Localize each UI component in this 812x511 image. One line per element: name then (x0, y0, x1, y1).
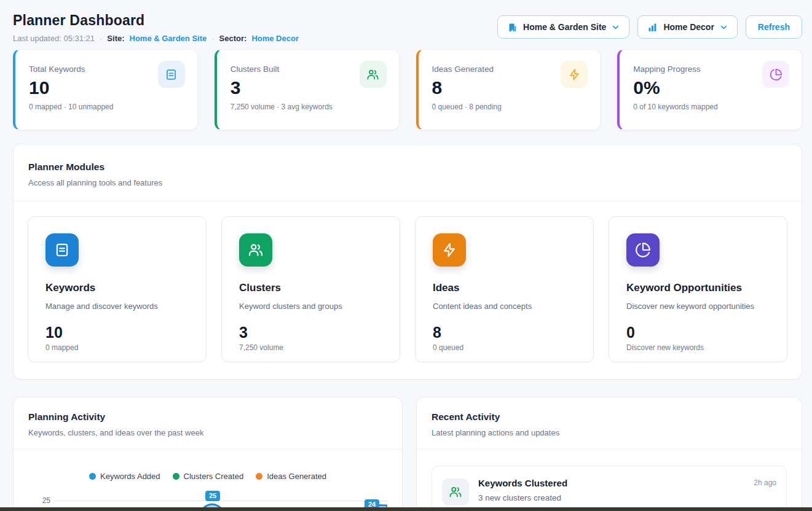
modules-grid: Keywords Manage and discover keywords 10… (14, 201, 802, 379)
bar-chart-icon (647, 22, 658, 33)
users-icon (248, 242, 264, 258)
module-icon-tile (433, 233, 466, 267)
planning-activity-panel: Planning Activity Keywords, clusters, an… (13, 397, 403, 511)
stat-icon-tile (158, 61, 185, 88)
file-lines-icon (54, 242, 70, 258)
module-icon-tile (626, 233, 660, 267)
module-card-clusters[interactable]: Clusters Keyword clusters and groups 3 7… (221, 216, 400, 362)
module-title: Clusters (239, 282, 382, 294)
module-title: Keywords (45, 282, 189, 294)
data-point-label: 25 (205, 491, 220, 501)
module-card-ideas[interactable]: Ideas Content ideas and concepts 8 0 que… (415, 216, 594, 362)
page-title: Planner Dashboard (13, 12, 299, 28)
activity-title: Keywords Clustered (478, 478, 744, 488)
stat-card-clusters-built: Clusters Built 3 7,250 volume · 3 avg ke… (215, 49, 400, 130)
sector-link[interactable]: Home Decor (251, 34, 299, 43)
legend-item-ideas-generated[interactable]: Ideas Generated (256, 472, 326, 481)
module-detail: Discover new keywords (626, 343, 770, 352)
stat-detail: 7,250 volume · 3 avg keywords (231, 103, 385, 111)
module-detail: 7,250 volume (239, 343, 382, 352)
zap-icon (568, 68, 581, 81)
header-controls: Home & Garden Site Home Decor Refresh (497, 15, 802, 39)
module-card-keyword-opportunities[interactable]: Keyword Opportunities Discover new keywo… (609, 216, 787, 362)
header-meta: Last updated: 05:31:21 · Site: Home & Ga… (13, 33, 299, 43)
planner-dashboard-page: Planner Dashboard Last updated: 05:31:21… (0, 0, 812, 511)
pie-chart-icon (770, 68, 782, 81)
site-link[interactable]: Home & Garden Site (130, 34, 207, 43)
chevron-down-icon (612, 23, 620, 31)
sector-label: Sector: (219, 34, 247, 43)
file-lines-icon (165, 68, 178, 81)
modules-title: Planner Modules (28, 162, 787, 173)
bottom-row: Planning Activity Keywords, clusters, an… (13, 397, 802, 511)
recent-activity-list: Keywords Clustered 3 new clusters create… (417, 450, 802, 511)
legend-item-clusters-created[interactable]: Clusters Created (173, 472, 244, 481)
module-detail: 0 queued (433, 343, 576, 352)
recent-activity-panel: Recent Activity Latest planning actions … (416, 397, 802, 511)
module-value: 10 (45, 324, 189, 341)
module-value: 3 (239, 324, 382, 341)
legend-label: Keywords Added (100, 472, 160, 481)
stat-icon-tile (561, 61, 588, 88)
stat-card-total-keywords: Total Keywords 10 0 mapped · 10 unmapped (13, 49, 198, 130)
legend-dot-icon (89, 473, 96, 480)
module-icon-tile (45, 233, 79, 267)
module-title: Ideas (433, 282, 576, 294)
site-label: Site: (107, 34, 124, 43)
header: Planner Dashboard Last updated: 05:31:21… (13, 12, 802, 43)
site-selector-dropdown[interactable]: Home & Garden Site (497, 15, 629, 39)
module-value: 0 (626, 324, 770, 341)
site-selector-label: Home & Garden Site (523, 22, 606, 32)
activity-text: Keywords Clustered 3 new clusters create… (478, 476, 744, 502)
activity-item-keywords-clustered: Keywords Clustered 3 new clusters create… (432, 466, 787, 511)
users-icon (449, 485, 462, 499)
legend-label: Clusters Created (184, 472, 244, 481)
meta-separator: · (211, 34, 214, 43)
refresh-button[interactable]: Refresh (746, 15, 802, 39)
meta-separator: · (100, 34, 102, 43)
pie-chart-icon (635, 242, 651, 258)
activity-description: 3 new clusters created (478, 493, 744, 502)
planner-modules-panel: Planner Modules Access all planning tool… (13, 144, 802, 380)
module-icon-tile (239, 233, 272, 267)
bottom-edge-bar (0, 507, 812, 511)
stats-row: Total Keywords 10 0 mapped · 10 unmapped… (13, 49, 802, 130)
stat-detail: 0 mapped · 10 unmapped (29, 103, 184, 111)
planning-activity-subtitle: Keywords, clusters, and ideas over the p… (28, 428, 387, 437)
building-icon (507, 22, 518, 33)
module-description: Manage and discover keywords (45, 302, 189, 311)
activity-timestamp: 2h ago (754, 478, 776, 487)
planning-activity-header: Planning Activity Keywords, clusters, an… (14, 397, 402, 450)
stat-card-mapping-progress: Mapping Progress 0% 0 of 10 keywords map… (617, 49, 802, 130)
sector-selector-dropdown[interactable]: Home Decor (637, 15, 737, 39)
last-updated-text: Last updated: 05:31:21 (13, 34, 95, 43)
header-left: Planner Dashboard Last updated: 05:31:21… (13, 12, 299, 43)
planning-activity-title: Planning Activity (28, 412, 387, 423)
users-icon (366, 68, 379, 81)
planning-activity-chart: Keywords Added Clusters Created Ideas Ge… (14, 450, 402, 511)
module-title: Keyword Opportunities (626, 282, 770, 294)
module-value: 8 (433, 324, 576, 341)
module-description: Discover new keyword opportunities (626, 302, 770, 311)
modules-subtitle: Access all planning tools and features (28, 178, 787, 187)
activity-icon-tile (442, 478, 469, 505)
recent-activity-title: Recent Activity (432, 412, 787, 423)
legend-dot-icon (173, 473, 179, 480)
stat-card-ideas-generated: Ideas Generated 8 0 queued · 8 pending (416, 49, 601, 130)
legend-label: Ideas Generated (267, 472, 326, 481)
recent-activity-subtitle: Latest planning actions and updates (432, 428, 787, 437)
sector-selector-label: Home Decor (663, 22, 714, 32)
stat-icon-tile (762, 61, 789, 88)
legend-dot-icon (256, 473, 262, 480)
stat-detail: 0 queued · 8 pending (432, 103, 587, 111)
module-description: Keyword clusters and groups (239, 302, 382, 311)
module-description: Content ideas and concepts (433, 302, 576, 311)
module-detail: 0 mapped (45, 343, 189, 352)
chart-legend: Keywords Added Clusters Created Ideas Ge… (28, 472, 387, 481)
modules-panel-header: Planner Modules Access all planning tool… (14, 144, 802, 201)
legend-item-keywords-added[interactable]: Keywords Added (89, 472, 160, 481)
refresh-label: Refresh (758, 22, 790, 32)
zap-icon (441, 242, 457, 258)
module-card-keywords[interactable]: Keywords Manage and discover keywords 10… (28, 216, 207, 362)
recent-activity-header: Recent Activity Latest planning actions … (417, 397, 802, 450)
